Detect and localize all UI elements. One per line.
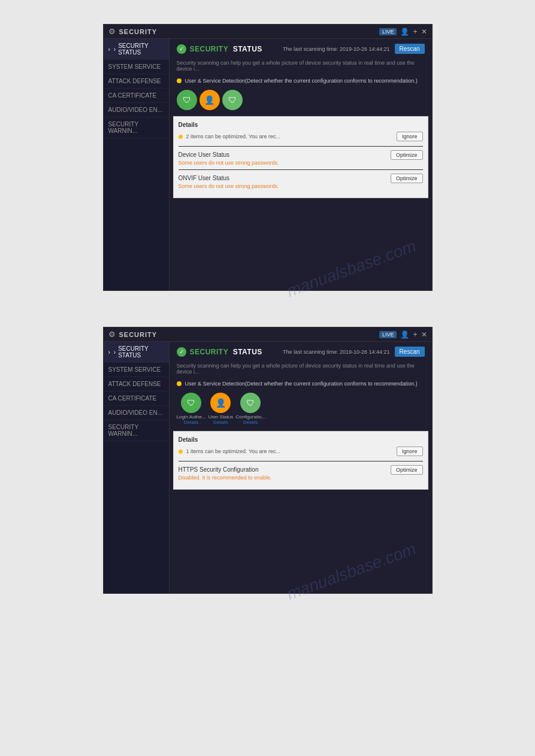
section-warn-2: Some users do not use strong passwords. <box>179 183 423 189</box>
sidebar-item-system-service-1[interactable]: SYSTEM SERVICE <box>104 60 169 74</box>
sidebar-label-0-2: SECURITY STATUS <box>118 345 164 359</box>
details-summary-msg-1: 2 items can be optimized. You are rec... <box>186 133 397 139</box>
sidebar-label-3-2: CA CERTIFICATE <box>108 395 157 402</box>
gear-icon: ⚙ <box>108 27 116 36</box>
sidebar-label-4-2: AUDIO/VIDEO EN... <box>108 409 163 416</box>
sidebar-item-audio-video-2[interactable]: AUDIO/VIDEO EN... <box>104 406 169 420</box>
user-icon-1[interactable]: 👤 <box>400 28 409 36</box>
icon-col-user-status-2: 👤 User Status Details <box>208 393 233 425</box>
login-auth-btn-2[interactable]: 🛡 <box>181 393 201 413</box>
status-title-white-1: STATUS <box>233 45 262 53</box>
sidebar-label-3-1: CA CERTIFICATE <box>108 92 157 99</box>
config-btn-1[interactable]: 🛡 <box>222 90 243 110</box>
detection-text-1: User & Service Detection(Detect whether … <box>185 78 418 84</box>
panel-body-1: › SECURITY STATUS SYSTEM SERVICE ATTACK … <box>104 39 432 290</box>
sidebar-item-security-warning-2[interactable]: SECURITY WARNIN... <box>104 420 169 441</box>
main-content-2: ✓ SECURITY STATUS The last scanning time… <box>170 342 432 593</box>
gear-icon-2: ⚙ <box>108 330 116 339</box>
close-icon-1[interactable]: ✕ <box>421 28 427 36</box>
status-title-green-1: SECURITY <box>190 45 228 53</box>
sidebar-label-2-1: ATTACK DEFENSE <box>108 78 161 84</box>
add-icon-1[interactable]: + <box>413 28 417 36</box>
sidebar-1: › SECURITY STATUS SYSTEM SERVICE ATTACK … <box>104 39 170 290</box>
detection-row-1: User & Service Detection(Detect whether … <box>170 75 432 86</box>
section-title-1: Device User Status <box>179 151 230 158</box>
user-status-btn-2[interactable]: 👤 <box>210 393 231 413</box>
section-title-3: HTTPS Security Configuration <box>179 466 259 473</box>
security-panel-1: ⚙ SECURITY LIVE 👤 + ✕ › SECURITY STATUS … <box>103 24 433 291</box>
user-status-label-2: User Status <box>208 414 233 420</box>
config-detail-2[interactable]: Details <box>243 420 258 425</box>
user-status-detail-2[interactable]: Details <box>213 420 228 425</box>
icon-col-config-2: 🛡 Configuratio... Details <box>235 393 265 425</box>
security-panel-2: ⚙ SECURITY LIVE 👤 + ✕ › SECURITY STATUS … <box>103 327 433 594</box>
sidebar-item-attack-defense-2[interactable]: ATTACK DEFENSE <box>104 377 169 391</box>
optimize-button-onvif-1[interactable]: Optimize <box>391 174 423 183</box>
user-icon-2[interactable]: 👤 <box>400 330 409 339</box>
section-header-3: HTTPS Security Configuration Optimize <box>179 465 423 475</box>
sidebar-item-security-status-2[interactable]: › SECURITY STATUS <box>104 342 169 363</box>
panel-title-2: SECURITY <box>119 331 158 338</box>
rescan-button-2[interactable]: Rescan <box>395 347 425 357</box>
status-right-1: The last scanning time: 2019-10-26 14:44… <box>283 44 425 54</box>
sidebar-item-ca-cert-2[interactable]: CA CERTIFICATE <box>104 391 169 406</box>
login-auth-detail-2[interactable]: Details <box>184 420 198 425</box>
status-title-row-1: ✓ SECURITY STATUS <box>177 44 262 54</box>
close-icon-2[interactable]: ✕ <box>421 330 427 339</box>
icon-col-login-2: 🛡 Login Authe... Details <box>177 393 206 425</box>
details-panel-1: Details 2 items can be optimized. You ar… <box>173 116 428 198</box>
ignore-button-2[interactable]: Ignore <box>397 447 423 456</box>
live-badge-2: LIVE <box>379 331 397 338</box>
sidebar-item-system-service-2[interactable]: SYSTEM SERVICE <box>104 363 169 377</box>
sidebar-label-5-1: SECURITY WARNIN... <box>108 121 164 134</box>
details-title-2: Details <box>179 436 423 443</box>
details-dot-1 <box>179 135 183 139</box>
sidebar-label-1-1: SYSTEM SERVICE <box>108 63 161 70</box>
section-header-1: Device User Status Optimize <box>179 150 423 160</box>
status-title-1: SECURITY STATUS <box>190 45 262 53</box>
sidebar-item-attack-defense-1[interactable]: ATTACK DEFENSE <box>104 74 169 89</box>
status-title-2: SECURITY STATUS <box>190 348 262 356</box>
scan-time-1: The last scanning time: 2019-10-26 14:44… <box>283 46 390 52</box>
header-left-1: ⚙ SECURITY <box>108 27 158 36</box>
details-summary-row-1: 2 items can be optimized. You are rec...… <box>179 132 423 141</box>
shield-btn-1[interactable]: 🛡 <box>177 90 197 110</box>
config-label-2: Configuratio... <box>235 414 265 420</box>
icon-row-2: 🛡 Login Authe... Details 👤 User Status D… <box>170 389 432 429</box>
divider-1 <box>179 146 423 147</box>
sidebar-item-ca-cert-1[interactable]: CA CERTIFICATE <box>104 89 169 103</box>
sidebar-item-security-warning-1[interactable]: SECURITY WARNIN... <box>104 117 169 138</box>
main-content-1: ✓ SECURITY STATUS The last scanning time… <box>170 39 432 290</box>
detail-section-device-user-1: Device User Status Optimize Some users d… <box>179 150 423 166</box>
sidebar-item-audio-video-1[interactable]: AUDIO/VIDEO EN... <box>104 103 169 117</box>
config-btn-2[interactable]: 🛡 <box>240 393 261 413</box>
status-header-1: ✓ SECURITY STATUS The last scanning time… <box>170 39 432 59</box>
detection-text-2: User & Service Detection(Detect whether … <box>185 381 418 387</box>
details-summary-row-2: 1 items can be optimized. You are rec...… <box>179 447 423 456</box>
sidebar-item-security-status-1[interactable]: › SECURITY STATUS <box>104 39 169 60</box>
section-warn-3: Disabled. It is recommended to enable. <box>179 475 423 481</box>
security-desc-1: Security scanning can help you get a who… <box>170 59 432 75</box>
icon-col-config-1: 🛡 <box>222 90 243 110</box>
optimize-button-https-2[interactable]: Optimize <box>391 465 423 475</box>
user-btn-1[interactable]: 👤 <box>200 90 220 110</box>
detection-row-2: User & Service Detection(Detect whether … <box>170 378 432 389</box>
rescan-button-1[interactable]: Rescan <box>395 44 425 54</box>
optimize-button-device-user-1[interactable]: Optimize <box>391 150 423 160</box>
yellow-dot-1 <box>177 78 182 83</box>
live-badge-1: LIVE <box>379 28 397 35</box>
sidebar-label-2-2: ATTACK DEFENSE <box>108 381 161 387</box>
panel-header-2: ⚙ SECURITY LIVE 👤 + ✕ <box>104 327 432 342</box>
icon-row-1: 🛡 👤 🛡 <box>170 86 432 114</box>
ignore-button-1[interactable]: Ignore <box>397 132 423 141</box>
add-icon-2[interactable]: + <box>413 330 417 339</box>
icon-col-user-1: 👤 <box>200 90 220 110</box>
panel-title-1: SECURITY <box>119 28 158 35</box>
status-title-white-2: STATUS <box>233 348 262 356</box>
divider-3 <box>179 461 423 462</box>
details-summary-msg-2: 1 items can be optimized. You are rec... <box>186 448 397 454</box>
sidebar-arrow-2: › <box>114 349 116 356</box>
status-check-icon-2: ✓ <box>177 347 186 357</box>
status-header-2: ✓ SECURITY STATUS The last scanning time… <box>170 342 432 362</box>
status-title-green-2: SECURITY <box>190 348 228 356</box>
